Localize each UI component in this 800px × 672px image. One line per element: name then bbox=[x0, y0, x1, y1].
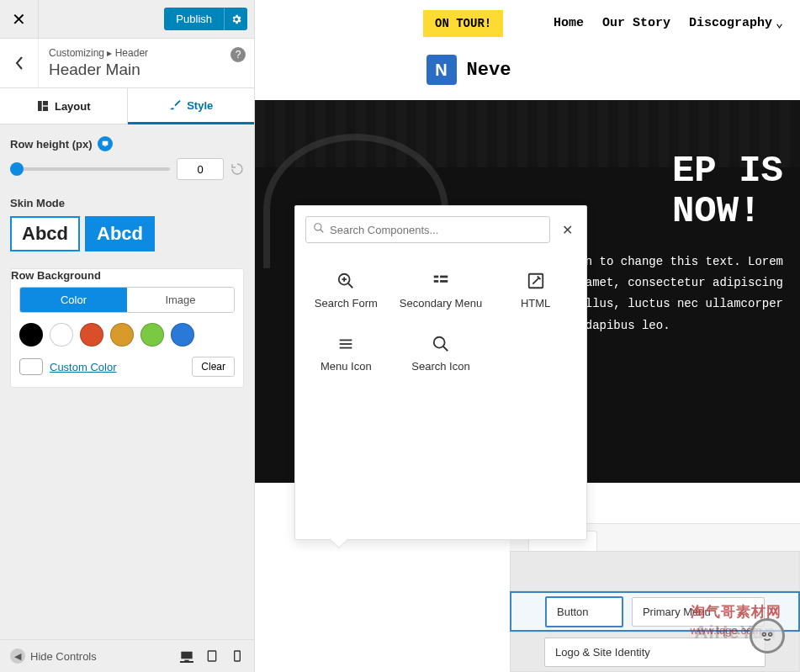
hero-title-l2: NOW! bbox=[672, 191, 783, 231]
tablet-icon[interactable] bbox=[205, 649, 219, 663]
background-type-tabs: Color Image bbox=[19, 287, 235, 313]
skin-light-option[interactable]: Abcd bbox=[10, 216, 80, 251]
bg-image-tab[interactable]: Image bbox=[127, 288, 234, 312]
row-height-value[interactable]: 0 bbox=[177, 158, 224, 180]
component-search-form[interactable]: Search Form bbox=[299, 262, 394, 325]
svg-rect-18 bbox=[440, 280, 448, 283]
hero-paragraph: n to change this text. Lorem amet, conse… bbox=[585, 251, 783, 336]
nav-home[interactable]: Home bbox=[554, 15, 584, 31]
component-menu-icon[interactable]: Menu Icon bbox=[299, 325, 394, 388]
swatch-white[interactable] bbox=[50, 323, 73, 347]
component-search-icon-label: Search Icon bbox=[411, 360, 469, 373]
desktop-icon[interactable] bbox=[180, 649, 193, 663]
popover-header: ✕ bbox=[295, 206, 586, 253]
reset-icon[interactable] bbox=[230, 162, 244, 176]
component-secondary-menu[interactable]: Secondary Menu bbox=[394, 262, 489, 325]
component-search-icon[interactable]: Search Icon bbox=[394, 325, 489, 388]
custom-color-link[interactable]: Custom Color bbox=[50, 361, 116, 373]
row-height-slider[interactable] bbox=[10, 167, 170, 171]
hide-controls-label: Hide Controls bbox=[30, 650, 97, 663]
magnifier-plus-icon bbox=[336, 272, 355, 290]
swatch-black[interactable] bbox=[19, 323, 43, 347]
preview-topbar: ON TOUR! Home Our Story Discography ⌄ bbox=[255, 0, 800, 46]
device-preview-icons bbox=[180, 649, 244, 663]
hamburger-icon bbox=[336, 335, 355, 353]
bg-color-tab[interactable]: Color bbox=[20, 288, 127, 312]
component-html-label: HTML bbox=[521, 297, 550, 310]
svg-rect-1 bbox=[43, 101, 48, 105]
component-search-form-label: Search Form bbox=[315, 297, 378, 310]
svg-rect-15 bbox=[434, 276, 439, 278]
brush-icon bbox=[168, 98, 182, 112]
hide-controls-button[interactable]: ◀ Hide Controls bbox=[10, 648, 97, 664]
responsive-toggle-icon[interactable] bbox=[98, 136, 113, 151]
nav-discography[interactable]: Discography ⌄ bbox=[689, 15, 783, 31]
grid-menu-icon bbox=[432, 272, 450, 290]
controls-area: Row height (px) 0 Skin Mode Abcd Abcd bbox=[0, 124, 254, 639]
row-height-control: Row height (px) 0 bbox=[10, 136, 244, 180]
skin-mode-label: Skin Mode bbox=[10, 197, 244, 209]
footer-bar: ◀ Hide Controls bbox=[0, 639, 254, 672]
magnifier-icon bbox=[432, 335, 450, 353]
row-background-control: Row Background Color Image Custom Color … bbox=[10, 268, 244, 388]
custom-color-box[interactable] bbox=[19, 358, 43, 375]
pencil-box-icon bbox=[527, 272, 545, 290]
builder-row-top[interactable] bbox=[510, 551, 800, 591]
svg-line-12 bbox=[348, 283, 353, 288]
skin-dark-option[interactable]: Abcd bbox=[85, 216, 155, 251]
search-icon bbox=[313, 222, 325, 237]
clear-button[interactable]: Clear bbox=[192, 357, 235, 377]
svg-rect-3 bbox=[102, 141, 108, 146]
back-button[interactable] bbox=[0, 39, 39, 87]
swatch-red[interactable] bbox=[80, 323, 103, 347]
settings-gear-icon[interactable] bbox=[224, 8, 247, 30]
hero-title-l1: EP IS bbox=[672, 151, 783, 191]
close-button[interactable]: ✕ bbox=[0, 0, 39, 38]
tab-layout-label: Layout bbox=[55, 100, 91, 113]
site-name[interactable]: Neve bbox=[467, 60, 511, 81]
svg-point-9 bbox=[315, 224, 321, 230]
popover-close-icon[interactable]: ✕ bbox=[559, 219, 576, 241]
chevron-down-icon: ⌄ bbox=[776, 15, 783, 31]
nav-our-story[interactable]: Our Story bbox=[602, 15, 670, 31]
layout-icon bbox=[36, 99, 50, 113]
publish-button[interactable]: Publish bbox=[164, 8, 224, 30]
svg-rect-8 bbox=[235, 651, 241, 661]
color-swatches bbox=[19, 323, 235, 347]
site-logo[interactable]: N bbox=[426, 55, 457, 85]
component-menu-icon-label: Menu Icon bbox=[321, 360, 372, 373]
swatch-orange[interactable] bbox=[110, 323, 134, 347]
swatch-green[interactable] bbox=[140, 323, 164, 347]
row-height-slider-row: 0 bbox=[10, 158, 244, 180]
svg-line-24 bbox=[443, 347, 448, 352]
search-components-wrap bbox=[305, 216, 550, 243]
svg-rect-2 bbox=[43, 107, 48, 111]
row-background-label: Row Background bbox=[11, 269, 235, 282]
search-components-input[interactable] bbox=[330, 224, 543, 236]
component-html[interactable]: HTML bbox=[488, 262, 583, 325]
top-bar: ✕ Publish bbox=[0, 0, 254, 39]
components-grid: Search Form Secondary Menu HTML Menu Ico… bbox=[295, 253, 586, 391]
slider-handle[interactable] bbox=[10, 162, 24, 176]
on-tour-badge[interactable]: ON TOUR! bbox=[423, 10, 503, 37]
svg-rect-4 bbox=[103, 146, 106, 146]
primary-nav: Home Our Story Discography ⌄ bbox=[554, 15, 783, 31]
top-right: Publish bbox=[39, 0, 254, 38]
svg-rect-16 bbox=[440, 276, 448, 278]
skin-mode-control: Skin Mode Abcd Abcd bbox=[10, 197, 244, 251]
svg-line-10 bbox=[321, 230, 324, 233]
svg-rect-7 bbox=[208, 651, 215, 661]
svg-point-23 bbox=[434, 337, 445, 348]
chevron-left-icon: ◀ bbox=[10, 648, 25, 664]
builder-chip-button[interactable]: Button bbox=[545, 596, 623, 627]
mobile-icon[interactable] bbox=[230, 649, 244, 663]
tab-layout[interactable]: Layout bbox=[0, 88, 128, 124]
components-popover: ✕ Search Form Secondary Menu HTML Menu I… bbox=[294, 205, 587, 540]
swatch-blue[interactable] bbox=[171, 323, 194, 347]
tab-style-label: Style bbox=[187, 99, 213, 112]
row-height-label: Row height (px) bbox=[10, 138, 93, 151]
svg-point-25 bbox=[763, 632, 766, 636]
logo-row: N Neve bbox=[137, 46, 800, 100]
svg-rect-0 bbox=[38, 101, 42, 111]
customizer-sidebar: ✕ Publish Customizing ▸ Header Header Ma… bbox=[0, 0, 255, 672]
